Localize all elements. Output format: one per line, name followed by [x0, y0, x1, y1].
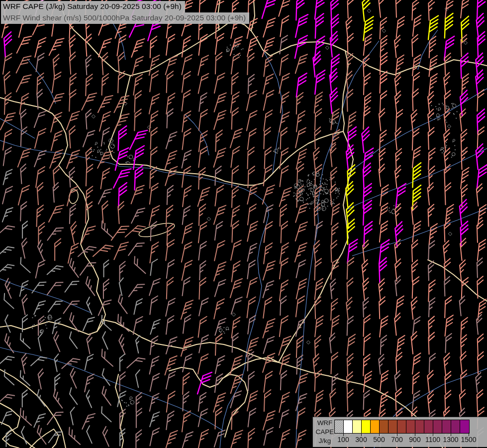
legend-swatch	[424, 420, 433, 433]
legend-swatch	[433, 420, 442, 433]
legend-tick-label: 500	[373, 436, 385, 444]
legend-label-line3: J/kg	[315, 437, 335, 446]
legend-swatch	[335, 420, 344, 433]
legend-tick-label: 700	[391, 436, 402, 444]
legend-colorbar	[334, 420, 470, 434]
legend-swatch	[460, 420, 469, 433]
legend-swatch	[389, 420, 397, 433]
weather-map-page: WRF CAPE (J/kg) Saturday 20-09-2025 03:0…	[0, 0, 487, 448]
header-title-windshear: WRF Wind shear (m/s) 500/1000hPa Saturda…	[1, 12, 249, 24]
legend-panel: WRF CAPE J/kg 10030050070090011001300150…	[312, 417, 487, 447]
legend-swatch	[344, 420, 353, 433]
legend-swatch	[415, 420, 424, 433]
legend-swatch	[442, 420, 451, 433]
legend-label-line2: CAPE	[315, 428, 335, 437]
legend-swatch	[362, 420, 371, 433]
legend-swatch	[380, 420, 389, 433]
header-title-cape: WRF CAPE (J/kg) Saturday 20-09-2025 03:0…	[1, 1, 185, 12]
header-bar: WRF CAPE (J/kg) Saturday 20-09-2025 03:0…	[1, 1, 249, 24]
map-canvas	[0, 0, 487, 448]
legend-tick-label: 300	[355, 436, 367, 444]
legend-tick-label: 900	[409, 436, 420, 444]
legend-label-line1: WRF	[315, 419, 335, 428]
legend-tick-label: 100	[337, 436, 349, 444]
legend-swatch	[397, 420, 406, 433]
legend-tick-label: 1500	[461, 436, 476, 444]
legend-tick-label: 1300	[443, 436, 458, 444]
legend-tick-label: 1100	[425, 436, 440, 444]
legend-label: WRF CAPE J/kg	[315, 419, 335, 446]
legend-swatch	[406, 420, 415, 433]
legend-swatch	[353, 420, 362, 433]
legend-swatch	[371, 420, 380, 433]
legend-swatch	[451, 420, 460, 433]
